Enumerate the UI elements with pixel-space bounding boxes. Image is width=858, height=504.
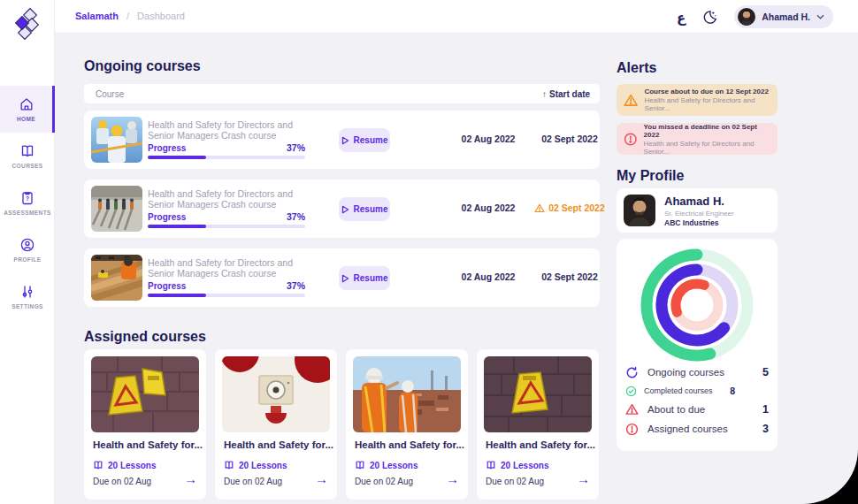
card-title: Health and Safety for... (486, 439, 595, 450)
book-icon (486, 460, 496, 470)
assigned-course-card[interactable]: Health and Safety for... 20 Lessons Due … (477, 349, 599, 500)
course-title: Health and Safety for Directors and Seni… (148, 257, 316, 279)
stat-about-to-due: About to due 1 (625, 400, 769, 419)
due-date: 02 Sept 2022 (531, 271, 609, 282)
play-icon (341, 205, 349, 214)
avatar (738, 8, 755, 26)
courses-icon (19, 143, 35, 159)
card-due: Due on 02 Aug (355, 477, 413, 486)
stat-assigned: Assigned courses 3 (625, 419, 769, 439)
dashboard-page: Salamath / Dashboard ع (0, 0, 858, 504)
resume-button[interactable]: Resume (339, 197, 390, 221)
assigned-course-card[interactable]: Health and Safety for... 20 Lessons Due … (346, 349, 468, 500)
alert-subtitle: Health and Safety for Directors and Seni… (644, 140, 770, 156)
course-stats-card: Ongoing courses 5 Completed courses 8 Ab… (617, 239, 778, 451)
course-title: Health and Safety for Directors and Seni… (148, 188, 316, 210)
resume-button[interactable]: Resume (339, 266, 390, 290)
avatar (624, 195, 655, 226)
sidebar-item-profile[interactable]: PROFILE (0, 226, 55, 273)
course-thumbnail (222, 356, 330, 432)
card-due: Due on 02 Aug (486, 477, 544, 486)
alert-item[interactable]: You missed a deadline on 02 Sept 2022 He… (617, 123, 778, 155)
progress-label: Progress (148, 143, 186, 153)
alert-circle-icon (624, 132, 638, 147)
course-thumbnail (91, 255, 142, 301)
assessments-icon: ? (19, 190, 35, 206)
sort-asc-icon: ↑ (542, 89, 547, 99)
progress-label: Progress (148, 281, 186, 291)
assigned-course-card[interactable]: Health and Safety for... 20 Lessons Due … (84, 349, 206, 500)
resume-button[interactable]: Resume (339, 128, 390, 152)
topbar: Salamath / Dashboard ع (0, 0, 858, 34)
course-thumbnail (353, 356, 461, 432)
alert-heading: Course about to due on 12 Sept 2022 (644, 88, 770, 95)
card-due: Due on 02 Aug (93, 477, 151, 486)
home-icon (19, 96, 34, 112)
chevron-down-icon (816, 14, 824, 19)
arrow-right-icon[interactable]: → (315, 471, 328, 486)
profile-icon (19, 237, 35, 253)
alert-circle-icon (625, 423, 639, 436)
course-title: Health and Safety for Directors and Seni… (148, 119, 316, 141)
stat-completed: Completed courses 8 (625, 382, 769, 400)
breadcrumb-brand[interactable]: Salamath (75, 11, 119, 21)
alert-heading: You missed a deadline on 02 Sept 2022 (644, 123, 770, 139)
sidebar-item-label: COURSES (12, 163, 43, 169)
card-lessons: 20 Lessons (224, 460, 287, 470)
sidebar-item-label: HOME (17, 116, 35, 122)
courses-donut-chart (631, 244, 763, 366)
sidebar-item-label: SETTINGS (11, 303, 43, 309)
book-icon (355, 460, 365, 470)
warning-triangle-icon (534, 203, 545, 213)
arrow-right-icon[interactable]: → (577, 471, 590, 486)
arrow-right-icon[interactable]: → (184, 471, 197, 486)
column-start-date-sort[interactable]: ↑Start date (542, 89, 590, 99)
course-row[interactable]: Health and Safety for Directors and Seni… (84, 111, 600, 169)
settings-icon (19, 284, 35, 300)
breadcrumb: Salamath / Dashboard (75, 11, 185, 21)
language-toggle[interactable]: ع (677, 11, 686, 24)
check-circle-icon (625, 386, 637, 397)
sidebar-item-assessments[interactable]: ? ASSESSMENTS (0, 179, 55, 226)
book-icon (224, 460, 234, 470)
book-icon (93, 460, 103, 470)
stat-ongoing: Ongoing courses 5 (625, 363, 769, 382)
card-due: Due on 02 Aug (224, 477, 282, 486)
arrow-right-icon[interactable]: → (446, 471, 459, 486)
user-menu[interactable]: Ahamad H. (734, 5, 833, 28)
sidebar-item-courses[interactable]: COURSES (0, 133, 55, 179)
start-date: 02 Aug 2022 (449, 134, 527, 144)
progress-percent: 37% (257, 280, 305, 291)
course-row[interactable]: Health and Safety for Directors and Seni… (84, 179, 600, 238)
sidebar-item-label: PROFILE (14, 256, 42, 263)
breadcrumb-current: Dashboard (137, 11, 185, 21)
ongoing-courses-title: Ongoing courses (84, 58, 201, 74)
refresh-icon (625, 366, 639, 379)
assigned-course-card[interactable]: Health and Safety for... 20 Lessons Due … (215, 349, 337, 500)
assigned-courses-title: Assigned courses (84, 329, 206, 345)
svg-text:?: ? (26, 195, 29, 202)
sidebar-item-settings[interactable]: SETTINGS (0, 273, 55, 320)
progress-bar (148, 156, 305, 159)
due-date-warning: 02 Sept 2022 (531, 202, 609, 213)
alert-item[interactable]: Course about to due on 12 Sept 2022 Heal… (617, 84, 778, 116)
breadcrumb-separator: / (126, 11, 129, 21)
user-name: Ahamad H. (762, 11, 810, 22)
sidebar-item-home[interactable]: HOME (0, 86, 55, 133)
progress-bar (148, 294, 305, 297)
progress-percent: 37% (257, 211, 305, 222)
course-thumbnail (91, 186, 142, 232)
play-icon (341, 274, 349, 283)
card-title: Health and Safety for... (224, 439, 333, 450)
stats-list: Ongoing courses 5 Completed courses 8 Ab… (625, 363, 769, 439)
progress-bar (148, 225, 305, 228)
moon-icon[interactable] (701, 9, 718, 26)
profile-company: ABC Industries (664, 218, 718, 227)
alert-subtitle: Health and Safety for Directors and Seni… (644, 96, 770, 112)
app-logo[interactable] (10, 7, 45, 44)
due-date: 02 Sept 2022 (531, 134, 609, 144)
card-title: Health and Safety for... (355, 439, 464, 450)
warning-triangle-icon (624, 93, 638, 108)
course-row[interactable]: Health and Safety for Directors and Seni… (84, 248, 600, 307)
card-lessons: 20 Lessons (355, 460, 418, 470)
